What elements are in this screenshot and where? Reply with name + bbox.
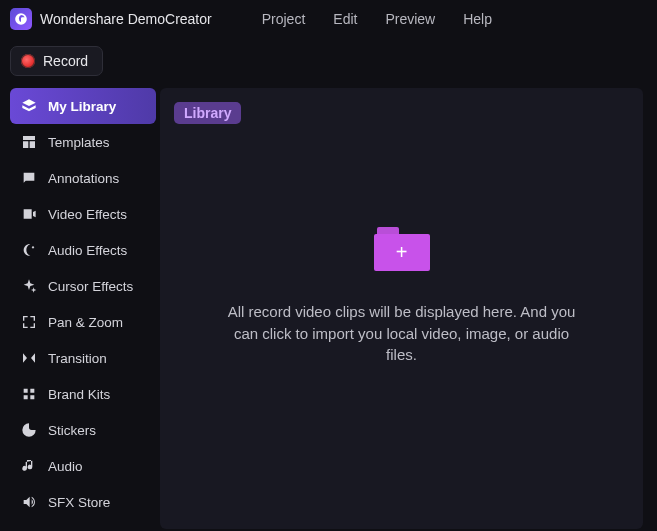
app-logo-icon bbox=[10, 8, 32, 30]
sidebar-item-label: Audio Effects bbox=[48, 243, 127, 258]
menu-help[interactable]: Help bbox=[463, 11, 492, 27]
sidebar-item-video-effects[interactable]: Video Effects bbox=[10, 196, 156, 232]
video-effects-icon bbox=[20, 205, 38, 223]
folder-plus-icon: + bbox=[374, 227, 430, 271]
sidebar-item-label: Templates bbox=[48, 135, 110, 150]
sfx-store-icon bbox=[20, 493, 38, 511]
transition-icon bbox=[20, 349, 38, 367]
sidebar-item-brand-kits[interactable]: Brand Kits bbox=[10, 376, 156, 412]
sidebar-item-label: Video Effects bbox=[48, 207, 127, 222]
import-hint-text: All record video clips will be displayed… bbox=[222, 301, 582, 366]
sidebar-item-label: Audio bbox=[48, 459, 83, 474]
audio-icon bbox=[20, 457, 38, 475]
sidebar-item-sfx-store[interactable]: SFX Store bbox=[10, 484, 156, 520]
main-panel: Library + All record video clips will be… bbox=[160, 88, 643, 529]
toolbar: Record bbox=[0, 38, 657, 86]
record-label: Record bbox=[43, 53, 88, 69]
brand-kits-icon bbox=[20, 385, 38, 403]
sidebar-item-label: Stickers bbox=[48, 423, 96, 438]
sidebar-item-my-library[interactable]: My Library bbox=[10, 88, 156, 124]
sidebar: My Library Templates Annotations Video E… bbox=[0, 86, 156, 529]
sidebar-item-audio[interactable]: Audio bbox=[10, 448, 156, 484]
sidebar-item-label: Annotations bbox=[48, 171, 119, 186]
audio-effects-icon bbox=[20, 241, 38, 259]
sidebar-item-label: Transition bbox=[48, 351, 107, 366]
menu-project[interactable]: Project bbox=[262, 11, 306, 27]
menu-bar: Project Edit Preview Help bbox=[262, 11, 492, 27]
sidebar-item-templates[interactable]: Templates bbox=[10, 124, 156, 160]
sidebar-item-pan-zoom[interactable]: Pan & Zoom bbox=[10, 304, 156, 340]
workspace: My Library Templates Annotations Video E… bbox=[0, 86, 657, 529]
templates-icon bbox=[20, 133, 38, 151]
sidebar-item-transition[interactable]: Transition bbox=[10, 340, 156, 376]
sidebar-item-label: My Library bbox=[48, 99, 116, 114]
app-brand: Wondershare DemoCreator bbox=[10, 8, 212, 30]
sidebar-item-label: Brand Kits bbox=[48, 387, 110, 402]
record-button[interactable]: Record bbox=[10, 46, 103, 76]
record-icon bbox=[21, 54, 35, 68]
layers-icon bbox=[20, 97, 38, 115]
sidebar-item-cursor-effects[interactable]: Cursor Effects bbox=[10, 268, 156, 304]
stickers-icon bbox=[20, 421, 38, 439]
sidebar-item-annotations[interactable]: Annotations bbox=[10, 160, 156, 196]
import-drop-area[interactable]: + All record video clips will be display… bbox=[160, 88, 643, 529]
app-title: Wondershare DemoCreator bbox=[40, 11, 212, 27]
menu-edit[interactable]: Edit bbox=[333, 11, 357, 27]
cursor-effects-icon bbox=[20, 277, 38, 295]
library-tag: Library bbox=[174, 102, 241, 124]
pan-zoom-icon bbox=[20, 313, 38, 331]
sidebar-item-stickers[interactable]: Stickers bbox=[10, 412, 156, 448]
titlebar: Wondershare DemoCreator Project Edit Pre… bbox=[0, 0, 657, 38]
sidebar-item-label: SFX Store bbox=[48, 495, 110, 510]
menu-preview[interactable]: Preview bbox=[385, 11, 435, 27]
sidebar-item-label: Pan & Zoom bbox=[48, 315, 123, 330]
annotations-icon bbox=[20, 169, 38, 187]
sidebar-item-label: Cursor Effects bbox=[48, 279, 133, 294]
sidebar-item-audio-effects[interactable]: Audio Effects bbox=[10, 232, 156, 268]
